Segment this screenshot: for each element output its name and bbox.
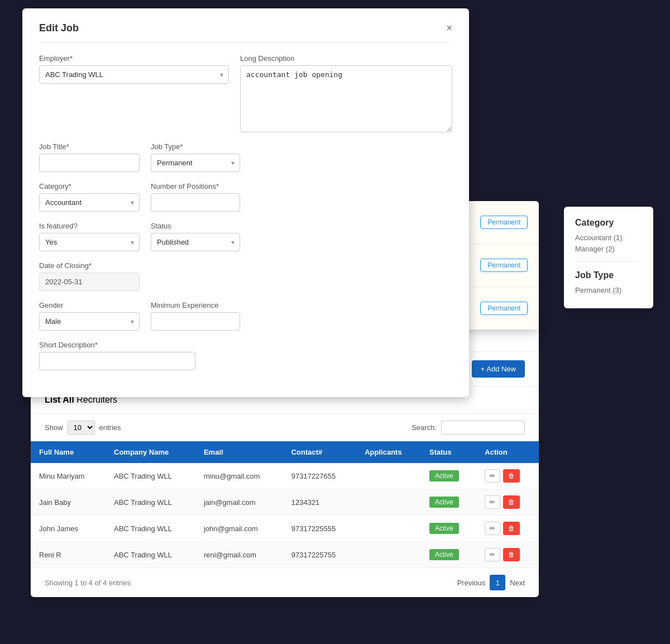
job-title-group: Job Title* Accountant (39, 142, 140, 172)
entries-select[interactable]: 10 (68, 421, 95, 435)
job-type-select[interactable]: Permanent (151, 154, 240, 172)
table-body: Minu Mariyam ABC Trading WLL minu@gmail.… (31, 463, 539, 568)
short-desc-label: Short Description* (39, 341, 195, 349)
action-buttons: ✏ 🗑 (485, 548, 530, 561)
showing-entries: Showing 1 to 4 of 4 entries (45, 579, 131, 587)
action-buttons: ✏ 🗑 (485, 495, 530, 509)
edit-button[interactable]: ✏ (485, 548, 500, 561)
col-company: Company Name (106, 441, 195, 463)
delete-button[interactable]: 🗑 (503, 469, 520, 483)
table-row: Jain Baby ABC Trading WLL jain@gmail.com… (31, 489, 539, 516)
long-desc-label: Long Description (240, 54, 452, 63)
category-select[interactable]: Accountant (39, 193, 140, 212)
status-select-wrapper[interactable]: Published (151, 233, 240, 251)
job-title-input[interactable]: Accountant (39, 154, 140, 172)
col-email: Email (195, 441, 283, 463)
status-label: Status (151, 222, 240, 230)
job-type-sidebar-title: Job Type (575, 270, 642, 280)
cell-fullname: Jain Baby (31, 489, 106, 516)
category-sidebar-title: Category (575, 218, 642, 228)
employer-select-wrapper[interactable]: ABC Trading WLL (39, 65, 229, 84)
modal-title: Edit Job (39, 22, 79, 34)
employer-label: Employer* (39, 54, 229, 63)
short-desc-group: Short Description* accountant (39, 341, 195, 370)
cell-status: Active (421, 516, 476, 542)
next-button[interactable]: Next (510, 579, 525, 587)
cell-company: ABC Trading WLL (106, 516, 195, 542)
form-row-gender-experience: Gender Male Minimum Experience 5 Years (39, 301, 452, 331)
status-select[interactable]: Published (151, 233, 240, 251)
table-row: Minu Mariyam ABC Trading WLL minu@gmail.… (31, 463, 539, 489)
long-desc-group: Long Description accountant job opening (240, 54, 452, 132)
min-experience-input[interactable]: 5 Years (151, 312, 240, 331)
cell-status: Active (421, 463, 476, 489)
cell-action: ✏ 🗑 (476, 489, 539, 516)
edit-button[interactable]: ✏ (485, 495, 500, 509)
min-experience-label: Minimum Experience (151, 301, 240, 309)
form-row-featured-status: Is featured? Yes Status Published (39, 222, 452, 251)
cell-contact: 1234321 (283, 489, 356, 516)
cell-applicants (356, 516, 421, 542)
job-title-label: Job Title* (39, 142, 140, 151)
modal-close-button[interactable]: × (446, 22, 452, 34)
cell-company: ABC Trading WLL (106, 542, 195, 568)
job-type-badge[interactable]: Permanent (480, 259, 528, 272)
is-featured-select-wrapper[interactable]: Yes (39, 233, 140, 251)
status-badge: Active (429, 549, 459, 560)
job-type-badge[interactable]: Permanent (480, 302, 528, 315)
search-input[interactable] (441, 421, 525, 435)
edit-button[interactable]: ✏ (485, 469, 500, 483)
employer-select[interactable]: ABC Trading WLL (39, 65, 229, 84)
sidebar-item-manager[interactable]: Manager (2) (575, 245, 642, 253)
gender-label: Gender (39, 301, 140, 309)
job-type-select-wrapper[interactable]: Permanent (151, 154, 240, 172)
table-controls: Show 10 entries Search: (31, 414, 539, 441)
sidebar-item-permanent[interactable]: Permanent (3) (575, 286, 642, 294)
cell-contact: 97317225555 (283, 516, 356, 542)
gender-select-wrapper[interactable]: Male (39, 312, 140, 331)
add-new-button[interactable]: + Add New (472, 360, 525, 378)
cell-action: ✏ 🗑 (476, 542, 539, 568)
sidebar-item-accountant[interactable]: Accountant (1) (575, 233, 642, 242)
table-row: Reni R ABC Trading WLL reni@gmail.com 97… (31, 542, 539, 568)
search-box: Search: (411, 421, 525, 435)
table-header: Full Name Company Name Email Contact# Ap… (31, 441, 539, 463)
edit-job-modal: Edit Job × Employer* ABC Trading WLL Lon… (22, 8, 469, 397)
current-page: 1 (490, 575, 505, 590)
gender-select[interactable]: Male (39, 312, 140, 331)
is-featured-group: Is featured? Yes (39, 222, 140, 251)
delete-button[interactable]: 🗑 (503, 548, 520, 561)
edit-button[interactable]: ✏ (485, 522, 500, 535)
delete-button[interactable]: 🗑 (503, 495, 520, 509)
form-row-title-type: Job Title* Accountant Job Type* Permanen… (39, 142, 452, 172)
cell-company: ABC Trading WLL (106, 463, 195, 489)
num-positions-label: Number of Positions* (151, 182, 240, 190)
col-applicants: Applicants (356, 441, 421, 463)
form-row-employer: Employer* ABC Trading WLL Long Descripti… (39, 54, 452, 132)
cell-contact: 97317227655 (283, 463, 356, 489)
num-positions-group: Number of Positions* 1 (151, 182, 240, 212)
search-label: Search: (411, 423, 437, 432)
min-experience-group: Minimum Experience 5 Years (151, 301, 240, 331)
cell-email: john@gmail.com (195, 516, 283, 542)
prev-button[interactable]: Previous (457, 579, 486, 587)
action-buttons: ✏ 🗑 (485, 522, 530, 535)
job-type-label: Job Type* (151, 142, 240, 151)
pagination: Previous 1 Next (457, 575, 525, 590)
form-row-short-desc: Short Description* accountant (39, 341, 452, 370)
num-positions-input[interactable]: 1 (151, 193, 240, 212)
status-badge: Active (429, 523, 459, 534)
short-desc-input[interactable]: accountant (39, 352, 195, 370)
header-row: Full Name Company Name Email Contact# Ap… (31, 441, 539, 463)
job-type-badge[interactable]: Permanent (480, 216, 528, 229)
category-select-wrapper[interactable]: Accountant (39, 193, 140, 212)
col-status: Status (421, 441, 476, 463)
delete-button[interactable]: 🗑 (503, 522, 520, 535)
long-desc-textarea[interactable]: accountant job opening (240, 65, 452, 132)
is-featured-select[interactable]: Yes (39, 233, 140, 251)
cell-applicants (356, 489, 421, 516)
cell-status: Active (421, 489, 476, 516)
status-badge: Active (429, 497, 459, 508)
cell-applicants (356, 542, 421, 568)
cell-contact: 97317225755 (283, 542, 356, 568)
